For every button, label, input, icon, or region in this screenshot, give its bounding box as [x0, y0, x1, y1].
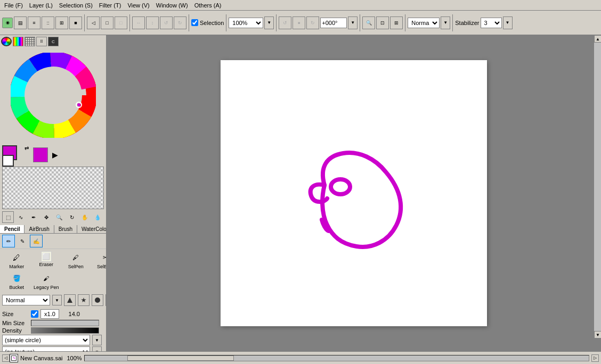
density-slider[interactable]	[31, 327, 99, 334]
palette-grid[interactable]	[25, 37, 35, 46]
rot-btn-3[interactable]: ↻	[306, 16, 319, 29]
bg-color-box[interactable]	[2, 155, 14, 167]
tool-eyedrop[interactable]: 💧	[92, 211, 103, 223]
color-wheel-container[interactable]	[11, 53, 96, 138]
rotate-cw[interactable]: ↻	[174, 16, 186, 29]
view-zoom-out[interactable]: ⊞	[390, 16, 403, 29]
sep-1	[84, 14, 85, 31]
view-btn-2[interactable]: □	[101, 16, 113, 29]
bottom-right-btn[interactable]: ▷	[591, 354, 599, 362]
canvas-scroll-up[interactable]: ▲	[594, 35, 601, 43]
size-x-input[interactable]	[40, 309, 59, 319]
canvas-area[interactable]: ▲ ▼	[107, 35, 601, 351]
bucket-label: Bucket	[9, 285, 24, 290]
texture-select[interactable]: (no texture)	[2, 346, 90, 351]
tool-select-lasso[interactable]: ∿	[15, 211, 27, 223]
menu-others[interactable]: Others (A)	[191, 2, 225, 9]
tool-bucket[interactable]: 🪣 Bucket	[2, 271, 31, 291]
brush-shape-btn-2[interactable]	[78, 294, 90, 306]
blend-mode-select2[interactable]: Normal	[2, 295, 50, 305]
tool-zoom[interactable]: 🔍	[53, 211, 65, 223]
brush-shape-select[interactable]: (simple circle)	[2, 335, 90, 345]
flip-h[interactable]: ↔	[132, 16, 145, 29]
canvas-h-scrollbar[interactable]	[84, 355, 589, 361]
nav-btn-4[interactable]: ::	[42, 16, 54, 29]
h-scroll-thumb[interactable]	[127, 355, 234, 361]
nav-btn-5[interactable]: ⊞	[55, 16, 68, 29]
tab-watercolor[interactable]: WaterColor	[77, 225, 106, 233]
brush-shape-dropdown[interactable]: ▼	[92, 335, 102, 345]
palette-hue[interactable]: ​	[13, 37, 23, 46]
tool-grab[interactable]: ✋	[79, 211, 91, 223]
rot-btn-2[interactable]: ●	[293, 16, 305, 29]
rot-dropdown[interactable]: ▼	[348, 16, 358, 29]
color-picker-btn[interactable]	[33, 147, 48, 162]
view-zoom-in[interactable]: 🔍	[362, 16, 375, 29]
tool-pen[interactable]: ✒	[28, 211, 39, 223]
blend-dropdown[interactable]: ▼	[441, 16, 450, 29]
color-swatch-icon[interactable]: ▶	[52, 151, 58, 159]
color-wheel-area	[0, 46, 106, 144]
tool-marker[interactable]: 🖊 Marker	[2, 250, 31, 270]
pencil-subtool-row: ✏ ✎ ✍	[0, 234, 106, 249]
palette-row: ​ ⠿ C	[0, 35, 106, 46]
nav-btn-6[interactable]: ■	[69, 16, 82, 29]
nav-btn-1[interactable]: ◉	[2, 18, 13, 28]
zoom-dropdown[interactable]: ▼	[264, 16, 274, 29]
sep-5	[276, 14, 277, 31]
tool-move[interactable]: ✥	[40, 211, 52, 223]
menu-filter[interactable]: Filter (T)	[96, 2, 125, 9]
swatch-area[interactable]	[2, 167, 104, 209]
rotate-ccw[interactable]: ↺	[160, 16, 173, 29]
blend-mode-select[interactable]: Normal	[408, 18, 440, 28]
brush-shape-btn-4[interactable]: ■	[105, 294, 106, 306]
menu-view[interactable]: View (V)	[124, 2, 152, 9]
palette-circle[interactable]	[1, 37, 12, 46]
left-panel: ​ ⠿ C	[0, 35, 107, 351]
density-row: Density 100	[0, 327, 106, 334]
subtool-pencil3[interactable]: ✍	[30, 235, 43, 247]
tool-legacy-pen[interactable]: 🖌 Legacy Pen	[32, 271, 61, 291]
tool-selpen[interactable]: 🖋 SelPen	[61, 250, 91, 270]
tool-rotate[interactable]: ↻	[66, 211, 78, 223]
menu-window[interactable]: Window (W)	[153, 2, 191, 9]
bottom-left-btn[interactable]: ◁	[2, 354, 10, 362]
rot-btn-1[interactable]: ↺	[279, 16, 291, 29]
color-wheel-svg[interactable]	[11, 53, 96, 138]
stabilizer-dropdown[interactable]: ▼	[503, 16, 513, 29]
menu-layer[interactable]: Layer (L)	[26, 2, 56, 9]
rotation-input[interactable]	[320, 18, 347, 28]
mode-dropdown-btn[interactable]: ▼	[52, 295, 62, 305]
subtool-pencil2[interactable]: ✎	[16, 235, 29, 247]
min-size-slider[interactable]	[31, 320, 99, 326]
tool-eraser[interactable]: ⬜ Eraser	[32, 250, 61, 270]
menu-selection[interactable]: Selection (S)	[56, 2, 96, 9]
tab-brush[interactable]: Brush	[54, 225, 77, 233]
stabilizer-select[interactable]: 3	[481, 18, 502, 28]
zoom-group: 100% ▼	[229, 16, 274, 29]
subtool-pencil[interactable]: ✏	[2, 235, 15, 247]
tool-seleras[interactable]: ✂ SelEras	[91, 250, 107, 270]
swap-colors-icon[interactable]: ⇄	[25, 145, 29, 151]
nav-btn-2[interactable]: ▤	[14, 16, 27, 29]
brush-shape-btn-3[interactable]	[92, 294, 103, 306]
brush-tabs: Pencil AirBrush Brush WaterColor	[0, 225, 106, 234]
tool-select-rect[interactable]: ⬚	[2, 211, 14, 223]
canvas-scroll-down[interactable]: ▼	[594, 331, 601, 338]
view-btn-1[interactable]: ◁	[87, 16, 100, 29]
tab-airbrush[interactable]: AirBrush	[25, 225, 54, 233]
palette-color[interactable]: C	[48, 37, 59, 46]
texture-dropdown[interactable]: ▼	[92, 346, 102, 351]
menu-file[interactable]: File (F)	[1, 2, 26, 9]
zoom-select[interactable]: 100%	[229, 18, 263, 28]
selection-checkbox[interactable]	[191, 19, 198, 26]
tab-pencil[interactable]: Pencil	[0, 225, 25, 233]
nav-btn-3[interactable]: ≡	[28, 16, 40, 29]
size-checkbox[interactable]	[31, 310, 38, 318]
texture-row: (no texture) ▼ 95	[0, 346, 106, 351]
brush-shape-btn-1[interactable]	[64, 294, 76, 306]
palette-dots[interactable]: ⠿	[36, 37, 47, 46]
view-btn-3[interactable]: □	[115, 16, 127, 29]
view-fit[interactable]: ⊡	[376, 16, 389, 29]
flip-v[interactable]: ↕	[146, 16, 159, 29]
